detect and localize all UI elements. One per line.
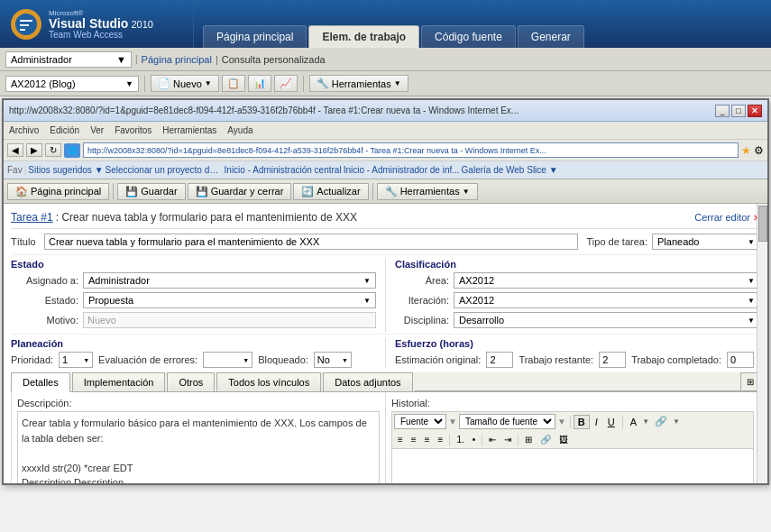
rte-font-select[interactable]: Fuente: [394, 414, 446, 429]
iteration-select[interactable]: AX2012▼: [454, 292, 760, 308]
save-icon: 💾: [125, 186, 138, 197]
ie-menu-file[interactable]: Archivo: [9, 125, 39, 135]
ie-menu-tools[interactable]: Herramientas: [162, 125, 216, 135]
icon-btn-1[interactable]: 📋: [222, 75, 245, 92]
tab-others[interactable]: Otros: [167, 372, 215, 391]
nav-tab-build[interactable]: Generar: [518, 25, 584, 48]
rte-align-left[interactable]: ≡: [394, 433, 407, 446]
rte-link-button[interactable]: 🔗: [650, 414, 672, 429]
nav-tab-source[interactable]: Código fuente: [421, 25, 516, 48]
page-tools-button[interactable]: 🔧 Herramientas ▼: [377, 183, 478, 200]
tab-attachments[interactable]: Datos adjuntos: [323, 372, 412, 391]
description-box: Crear tabla y formulario básico para el …: [17, 411, 380, 483]
refresh-page-button[interactable]: 🔄 Actualizar: [293, 183, 368, 200]
orig-est-input[interactable]: [486, 352, 513, 368]
ie-favorites-bar: Fav | Sitios sugeridos ▼ Seleccionar un …: [4, 161, 767, 179]
reason-label: Motivo:: [11, 315, 78, 326]
logo-text: Microsoft® Visual Studio 2010 Team Web A…: [49, 9, 153, 40]
rte-toolbar: Fuente ▼ Tamaño de fuente ▼ B I U A ▼ 🔗 …: [391, 411, 754, 431]
rte-list-ul[interactable]: •: [469, 433, 480, 446]
ie-minimize-button[interactable]: _: [715, 105, 730, 117]
nav-tab-home[interactable]: Página principal: [203, 25, 307, 48]
reason-input[interactable]: [83, 312, 376, 328]
title-label: Título: [11, 236, 40, 247]
ie-back-button[interactable]: ◀: [7, 143, 23, 157]
project-dropdown[interactable]: AX2012 (Blog)▼: [5, 76, 139, 92]
orig-est-label: Estimación original:: [395, 354, 481, 365]
rte-dropdown-icon: ▼: [642, 417, 649, 426]
rte-align-justify[interactable]: ≡: [435, 433, 447, 446]
icon-btn-3[interactable]: 📈: [274, 75, 298, 92]
rte-content-area[interactable]: [391, 448, 754, 483]
save-close-button[interactable]: 💾 Guardar y cerrar: [188, 183, 292, 200]
rte-list-ol[interactable]: 1.: [453, 433, 467, 446]
rte-indent[interactable]: ⇥: [500, 433, 515, 446]
page-home-button[interactable]: 🏠 Página principal: [7, 183, 109, 200]
ie-titlebar: http://w2008x32:8080/?id=1&pguid=8e81dec…: [4, 100, 767, 122]
tab-all-links[interactable]: Todos los vínculos: [216, 372, 321, 391]
home-icon: 🏠: [15, 186, 28, 197]
rte-bold-button[interactable]: B: [574, 415, 590, 429]
ie-fav-link-2[interactable]: Seleccionar un proyecto de ...: [106, 165, 223, 175]
icon-btn-2[interactable]: 📊: [248, 75, 271, 92]
ie-close-button[interactable]: ✕: [748, 105, 762, 117]
rte-underline-button[interactable]: U: [603, 415, 620, 429]
details-tabs-bar: Detalles Implementación Otros Todos los …: [11, 372, 760, 392]
ie-settings-icon[interactable]: ⚙: [754, 144, 764, 157]
save-button[interactable]: 💾 Guardar: [117, 183, 185, 200]
task-link[interactable]: Tarea #1: [11, 211, 53, 224]
scroll-thumb[interactable]: [758, 206, 767, 242]
eval-select[interactable]: ▼: [203, 352, 252, 368]
page-tools-icon: 🔧: [385, 186, 398, 197]
page-toolbar: 🏠 Página principal 💾 Guardar 💾 Guardar y…: [4, 179, 767, 204]
priority-select[interactable]: 1▼: [59, 352, 93, 368]
rte-italic-button[interactable]: I: [591, 415, 602, 429]
ie-refresh-button[interactable]: ↻: [45, 143, 61, 157]
task-type-select[interactable]: Planeado▼: [652, 234, 760, 250]
ie-fav-link-3[interactable]: Inicio - Administración central: [225, 165, 342, 175]
remaining-label: Trabajo restante:: [519, 354, 593, 365]
rte-outdent[interactable]: ⇤: [485, 433, 500, 446]
scrollbar[interactable]: [757, 204, 767, 483]
new-icon: 📄: [158, 78, 170, 89]
ie-fav-link-4[interactable]: Inicio - Administrador de inf...: [344, 165, 460, 175]
tools-button[interactable]: 🔧 Herramientas ▼: [309, 75, 408, 92]
ie-fav-link-5[interactable]: Galería de Web Slice ▼: [462, 165, 558, 175]
ie-menu-view[interactable]: Ver: [90, 125, 104, 135]
assigned-to-select[interactable]: Administrador▼: [83, 272, 376, 289]
area-select[interactable]: AX2012▼: [454, 272, 760, 289]
discipline-select[interactable]: Desarrollo▼: [454, 312, 760, 328]
new-button[interactable]: 📄 Nuevo ▼: [151, 75, 219, 92]
remaining-input[interactable]: [599, 352, 626, 368]
tab-details[interactable]: Detalles: [11, 372, 70, 392]
breadcrumb-home[interactable]: Página principal: [142, 54, 212, 65]
completed-input[interactable]: [727, 352, 754, 368]
close-editor-link[interactable]: Cerrar editor ✕: [694, 212, 760, 223]
rte-special-2[interactable]: 🔗: [537, 433, 555, 446]
state-select[interactable]: Propuesta▼: [83, 292, 376, 308]
ie-menu-edit[interactable]: Edición: [50, 125, 79, 135]
rte-size-select[interactable]: Tamaño de fuente: [459, 414, 555, 429]
ie-forward-button[interactable]: ▶: [26, 143, 42, 157]
blocked-select[interactable]: No▼: [314, 352, 352, 368]
rte-special-1[interactable]: ⊞: [521, 433, 536, 446]
tab-implementation[interactable]: Implementación: [72, 372, 166, 391]
title-input[interactable]: [44, 234, 578, 250]
rte-align-center[interactable]: ≡: [408, 433, 420, 446]
user-dropdown[interactable]: Administrador▼: [5, 51, 132, 68]
ie-menu-help[interactable]: Ayuda: [227, 125, 252, 135]
eval-label: Evaluación de errores:: [98, 354, 197, 365]
iteration-label: Iteración:: [395, 295, 449, 306]
ie-maximize-button[interactable]: □: [731, 105, 746, 117]
ie-fav-link-1[interactable]: Sitios sugeridos ▼: [28, 165, 103, 175]
title-row: Título Tipo de tarea: Planeado▼: [11, 229, 760, 255]
ie-address-input[interactable]: [83, 142, 739, 158]
rte-align-right[interactable]: ≡: [421, 433, 434, 446]
new-dropdown-icon: ▼: [205, 79, 212, 87]
nav-tab-workitems[interactable]: Elem. de trabajo: [308, 25, 419, 48]
breadcrumb-current: Consulta personalizada: [222, 54, 326, 65]
rte-font-color-button[interactable]: A: [626, 415, 641, 429]
ie-menu-favs[interactable]: Favoritos: [115, 125, 151, 135]
rte-special-3[interactable]: 🖼: [555, 433, 572, 446]
ie-window: http://w2008x32:8080/?id=1&pguid=8e81dec…: [2, 98, 769, 485]
